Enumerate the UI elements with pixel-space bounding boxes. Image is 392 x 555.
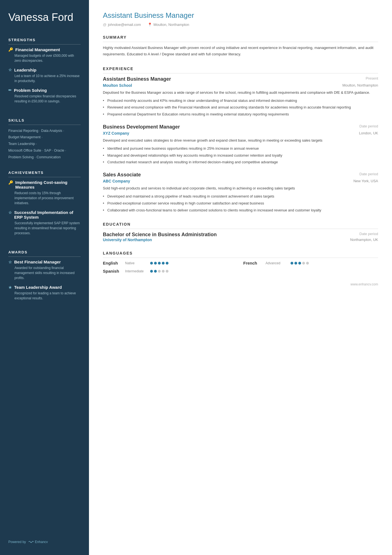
lang-name-english: English <box>103 261 122 265</box>
dot <box>162 270 165 273</box>
candidate-name: Vanessa Ford <box>8 11 81 24</box>
education-item-1: Bachelor of Science in Business Administ… <box>103 232 378 242</box>
dot <box>158 270 161 273</box>
dot <box>302 262 305 265</box>
exp-bullets-1: Produced monthly accounts and KPIs resul… <box>103 98 378 117</box>
exp-location-2: London, UK <box>359 131 378 135</box>
education-title: EDUCATION <box>103 222 378 229</box>
strengths-title: STRENGTHS <box>8 38 81 45</box>
education-section: EDUCATION Bachelor of Science in Busines… <box>103 222 378 242</box>
exp-role-1: Assistant Business Manager <box>103 76 171 82</box>
email-contact: @ johndoe@email.com <box>103 23 141 27</box>
experience-item-2: Business Development Manager Date period… <box>103 124 378 165</box>
lang-name-french: French <box>243 261 263 265</box>
language-spanish: Spanish Intermediate <box>103 269 238 273</box>
achievement-desc-1: Reduced costs by 15% through implementat… <box>8 191 81 206</box>
award-item-1: ☆ Best Financial Manager Awarded for out… <box>8 260 81 280</box>
email-value: johndoe@email.com <box>108 23 141 27</box>
team-leadership-icon: ★ <box>8 285 12 290</box>
exp-bullets-2: Identified and pursued new business oppo… <box>103 146 378 165</box>
strength-title-2: ☆ Leadership <box>8 68 81 72</box>
sidebar-footer: Powered by Enhancv <box>8 532 81 544</box>
exp-bullets-3: Developed and maintained a strong pipeli… <box>103 194 378 213</box>
lang-name-spanish: Spanish <box>103 269 122 273</box>
dot <box>150 262 153 265</box>
dot <box>162 262 165 265</box>
sidebar: Vanessa Ford STRENGTHS 🔑 Financial Manag… <box>0 0 89 555</box>
main-header: Assistant Business Manager @ johndoe@ema… <box>103 11 378 27</box>
strengths-section: STRENGTHS 🔑 Financial Management Managed… <box>8 38 81 108</box>
dot <box>291 262 293 265</box>
awards-section: AWARDS ☆ Best Financial Manager Awarded … <box>8 250 81 305</box>
awards-title: AWARDS <box>8 250 81 257</box>
award-desc-2: Recognized for leading a team to achieve… <box>8 291 81 301</box>
achievements-title: ACHIEVEMENTS <box>8 171 81 177</box>
exp-desc-3: Sold high-end products and services to i… <box>103 186 378 191</box>
achievement-desc-2: Successfully implemented SAP ERP system … <box>8 221 81 236</box>
achievement-title-2: ☆ Successful Implementation of ERP Syste… <box>8 210 81 219</box>
award-desc-1: Awarded for outstanding financial manage… <box>8 265 81 280</box>
languages-grid: English Native French Advanced <box>103 261 378 273</box>
achievements-section: ACHIEVEMENTS 🔑 Implementing Cost-saving … <box>8 171 81 240</box>
bullet-1-2: Reviewed and ensured compliance with the… <box>103 105 378 110</box>
exp-role-3: Sales Associate <box>103 172 141 178</box>
problem-solving-icon: ✏ <box>8 88 12 92</box>
exp-location-3: New York, USA <box>353 179 378 183</box>
location-value: Moulton, Northampton <box>153 23 189 27</box>
exp-desc-2: Developed and executed sales strategies … <box>103 138 378 144</box>
languages-title: LANGUAGES <box>103 251 378 258</box>
edu-school-row-1: University of Northampton Northampton, U… <box>103 238 378 242</box>
skills-title: SKILLS <box>8 118 81 125</box>
achievement-item-2: ☆ Successful Implementation of ERP Syste… <box>8 210 81 236</box>
job-title: Assistant Business Manager <box>103 11 378 20</box>
website-url: www.enhancv.com <box>351 282 378 286</box>
exp-date-2: Date period <box>359 124 378 128</box>
leadership-icon: ☆ <box>8 68 12 72</box>
edu-header-1: Bachelor of Science in Business Administ… <box>103 232 378 238</box>
cost-saving-icon: 🔑 <box>8 180 13 185</box>
powered-by-label: Powered by <box>8 540 26 544</box>
exp-desc-1: Deputised for the Business Manager acros… <box>103 90 378 96</box>
location-contact: 📍 Moulton, Northampton <box>148 23 189 27</box>
location-icon: 📍 <box>148 23 152 27</box>
strength-title-3: ✏ Problem Solving <box>8 88 81 93</box>
edu-location-1: Northampton, UK <box>350 238 378 242</box>
strength-desc-2: Led a team of 10 to achieve a 25% increa… <box>8 73 81 83</box>
financial-icon: 🔑 <box>8 47 13 52</box>
best-manager-icon: ☆ <box>8 260 12 264</box>
lang-level-spanish: Intermediate <box>125 269 147 273</box>
exp-header-2: Business Development Manager Date period <box>103 124 378 130</box>
strength-item-3: ✏ Problem Solving Resolved complex finan… <box>8 88 81 104</box>
dot <box>298 262 301 265</box>
dot <box>166 262 168 265</box>
bullet-1-3: Prepared external Department for Educati… <box>103 112 378 117</box>
dot <box>306 262 309 265</box>
exp-date-1: Present <box>366 76 378 80</box>
main-footer: www.enhancv.com <box>103 282 378 286</box>
languages-section: LANGUAGES English Native French Advanced <box>103 251 378 273</box>
dot <box>154 270 157 273</box>
award-title-2: ★ Team Leadership Award <box>8 285 81 290</box>
experience-section: EXPERIENCE Assistant Business Manager Pr… <box>103 66 378 213</box>
skills-text: Financial Reporting · Data Analysis · Bu… <box>8 128 81 161</box>
summary-title: SUMMARY <box>103 35 378 42</box>
experience-item-3: Sales Associate Date period ABC Company … <box>103 172 378 213</box>
edu-date-1: Date period <box>359 232 378 236</box>
exp-header-3: Sales Associate Date period <box>103 172 378 178</box>
lang-dots-spanish <box>150 270 168 273</box>
language-french: French Advanced <box>243 261 378 265</box>
bullet-2-2: Managed and developed relationships with… <box>103 153 378 159</box>
dot <box>154 262 157 265</box>
skills-section: SKILLS Financial Reporting · Data Analys… <box>8 118 81 161</box>
exp-role-2: Business Development Manager <box>103 124 180 130</box>
lang-dots-english <box>150 262 168 265</box>
contact-info: @ johndoe@email.com 📍 Moulton, Northampt… <box>103 23 378 27</box>
exp-company-2: XYZ Company <box>103 131 129 135</box>
dot <box>150 270 153 273</box>
exp-company-row-3: ABC Company New York, USA <box>103 179 378 183</box>
exp-company-1: Moulton School <box>103 83 132 88</box>
exp-date-3: Date period <box>359 172 378 176</box>
enhancv-brand: Enhancv <box>35 540 48 544</box>
edu-school-1: University of Northampton <box>103 238 152 242</box>
award-title-1: ☆ Best Financial Manager <box>8 260 81 264</box>
